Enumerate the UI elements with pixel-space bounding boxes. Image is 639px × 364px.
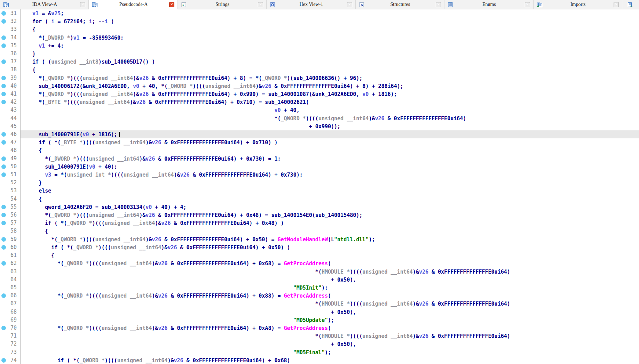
code-line-51[interactable]: 51 v3 = *(unsigned int *)(((unsigned __i… [0, 171, 639, 179]
code-area[interactable]: 31 v1 = &v25;32 for ( i = 672i64; i; --i… [0, 9, 639, 364]
tab-hex-view-1[interactable]: Hex View-1✕ [267, 0, 355, 9]
tab-structures[interactable]: AStructures✕ [356, 0, 444, 9]
line-text[interactable]: { [26, 228, 48, 234]
close-icon[interactable]: ✕ [436, 2, 441, 7]
close-icon[interactable]: ✕ [614, 2, 619, 7]
close-icon[interactable]: ✕ [80, 2, 85, 7]
line-text[interactable]: { [26, 67, 36, 73]
code-line-64[interactable]: 64 + 0x50), [0, 276, 639, 284]
line-text[interactable]: { [26, 26, 36, 33]
line-text[interactable]: *(_QWORD *)(((unsigned __int64)&v26 & 0x… [26, 91, 397, 97]
code-line-54[interactable]: 54 { [0, 195, 639, 203]
code-line-39[interactable]: 39 *(_QWORD *)(((unsigned __int64)&v26 &… [0, 74, 639, 82]
code-line-63[interactable]: 63 *(HMODULE *)(((unsigned __int64)&v26 … [0, 268, 639, 276]
code-line-52[interactable]: 52 } [0, 179, 639, 187]
tab-strings[interactable]: s'Strings✕ [178, 0, 267, 9]
code-line-48[interactable]: 48 { [0, 146, 639, 154]
code-line-40[interactable]: 40 sub_140006172(&unk_1402A6ED0, v0 + 40… [0, 82, 639, 90]
line-text[interactable]: v0 + 40, [26, 107, 300, 113]
code-line-49[interactable]: 49 *(_DWORD *)(((unsigned __int64)&v26 &… [0, 155, 639, 163]
code-line-44[interactable]: 44 *(_QWORD *)(((unsigned __int64)&v26 &… [0, 114, 639, 122]
line-text[interactable]: *(_DWORD *)v1 = -858993460; [26, 35, 124, 41]
code-line-53[interactable]: 53 else [0, 187, 639, 195]
line-text[interactable]: *(_QWORD *)(((unsigned __int64)&v26 & 0x… [26, 212, 362, 218]
line-text[interactable]: "MD5Final"); [26, 349, 331, 356]
code-line-36[interactable]: 36 } [0, 50, 639, 58]
line-text[interactable]: *(_QWORD *)(((unsigned __int64)&v26 & 0x… [26, 75, 362, 81]
line-text[interactable]: else [26, 188, 51, 194]
line-text[interactable]: if ( *(_QWORD *)(((unsigned __int64)&v26… [26, 357, 290, 364]
line-text[interactable]: *(_BYTE *)(((unsigned __int64)&v26 & 0xF… [26, 99, 309, 105]
line-text[interactable]: + 0x990)); [26, 123, 340, 130]
code-line-65[interactable]: 65 "MD5Init"); [0, 284, 639, 292]
line-text[interactable]: *(HMODULE *)(((unsigned __int64)&v26 & 0… [26, 269, 510, 275]
code-line-59[interactable]: 59 *(_QWORD *)(((unsigned __int64)&v26 &… [0, 235, 639, 243]
code-line-57[interactable]: 57 if ( *(_QWORD *)(((unsigned __int64)&… [0, 219, 639, 227]
line-text[interactable]: *(_QWORD *)(((unsigned __int64)&v26 & 0x… [26, 293, 331, 299]
code-line-33[interactable]: 33 { [0, 25, 639, 33]
code-line-46[interactable]: 46 sub_14000791E(v0 + 1816); [0, 130, 639, 138]
close-icon[interactable]: ✕ [347, 2, 352, 7]
line-text[interactable]: for ( i = 672i64; i; --i ) [26, 18, 114, 25]
line-text[interactable]: { [26, 147, 42, 154]
line-text[interactable]: sub_140006172(&unk_1402A6ED0, v0 + 40, *… [26, 83, 403, 89]
line-text[interactable]: } [26, 180, 42, 186]
code-line-58[interactable]: 58 { [0, 227, 639, 235]
line-text[interactable]: { [26, 196, 42, 202]
code-line-60[interactable]: 60 if ( *(_QWORD *)(((unsigned __int64)&… [0, 243, 639, 251]
line-text[interactable]: { [26, 252, 54, 259]
line-text[interactable]: v3 = *(unsigned int *)(((unsigned __int6… [26, 172, 303, 178]
code-line-62[interactable]: 62 *(_QWORD *)(((unsigned __int64)&v26 &… [0, 259, 639, 267]
tab-exports[interactable] [622, 0, 639, 9]
code-line-69[interactable]: 69 "MD5Update"); [0, 316, 639, 324]
line-text[interactable]: *(HMODULE *)(((unsigned __int64)&v26 & 0… [26, 333, 510, 339]
code-line-74[interactable]: 74 if ( *(_QWORD *)(((unsigned __int64)&… [0, 356, 639, 364]
close-icon[interactable]: ✕ [169, 2, 174, 7]
line-text[interactable]: + 0x50), [26, 341, 356, 347]
line-text[interactable]: sub_14000791E(v0 + 40); [26, 164, 117, 170]
code-line-32[interactable]: 32 for ( i = 672i64; i; --i ) [0, 17, 639, 25]
code-line-55[interactable]: 55 qword_1402A6F20 = sub_140003134(v0 + … [0, 203, 639, 211]
tab-ida-view-a[interactable]: IDA View-A✕ [0, 0, 89, 9]
code-line-50[interactable]: 50 sub_14000791E(v0 + 40); [0, 163, 639, 171]
close-icon[interactable]: ✕ [525, 2, 530, 7]
line-text[interactable]: "MD5Init"); [26, 285, 328, 291]
code-line-71[interactable]: 71 *(HMODULE *)(((unsigned __int64)&v26 … [0, 332, 639, 340]
code-line-67[interactable]: 67 *(HMODULE *)(((unsigned __int64)&v26 … [0, 300, 639, 308]
code-line-70[interactable]: 70 *(_QWORD *)(((unsigned __int64)&v26 &… [0, 324, 639, 332]
line-text[interactable]: if ( *(_BYTE *)(((unsigned __int64)&v26 … [26, 139, 277, 146]
line-text[interactable]: if ( *(_QWORD *)(((unsigned __int64)&v26… [26, 244, 290, 251]
line-text[interactable]: *(_QWORD *)(((unsigned __int64)&v26 & 0x… [26, 115, 466, 122]
code-line-56[interactable]: 56 *(_QWORD *)(((unsigned __int64)&v26 &… [0, 211, 639, 219]
code-line-35[interactable]: 35 v1 += 4; [0, 42, 639, 50]
line-text[interactable]: v1 = &v25; [26, 10, 64, 17]
line-text[interactable]: + 0x50), [26, 309, 356, 315]
close-icon[interactable]: ✕ [258, 2, 263, 7]
code-line-68[interactable]: 68 + 0x50), [0, 308, 639, 316]
code-line-37[interactable]: 37 if ( (unsigned __int8)sub_140005D17()… [0, 58, 639, 66]
line-text[interactable]: *(_DWORD *)(((unsigned __int64)&v26 & 0x… [26, 156, 281, 162]
code-line-45[interactable]: 45 + 0x990)); [0, 122, 639, 130]
code-line-41[interactable]: 41 *(_QWORD *)(((unsigned __int64)&v26 &… [0, 90, 639, 98]
line-text[interactable]: *(_QWORD *)(((unsigned __int64)&v26 & 0x… [26, 236, 375, 243]
line-text[interactable]: qword_1402A6F20 = sub_140003134(v0 + 40)… [26, 204, 187, 210]
line-text[interactable]: *(HMODULE *)(((unsigned __int64)&v26 & 0… [26, 301, 510, 307]
code-line-66[interactable]: 66 *(_QWORD *)(((unsigned __int64)&v26 &… [0, 292, 639, 300]
line-text[interactable]: sub_14000791E(v0 + 1816); [26, 131, 120, 138]
code-line-73[interactable]: 73 "MD5Final"); [0, 348, 639, 356]
code-line-38[interactable]: 38 { [0, 66, 639, 74]
code-line-43[interactable]: 43 v0 + 40, [0, 106, 639, 114]
code-line-42[interactable]: 42 *(_BYTE *)(((unsigned __int64)&v26 & … [0, 98, 639, 106]
line-text[interactable]: *(_QWORD *)(((unsigned __int64)&v26 & 0x… [26, 260, 331, 267]
line-text[interactable]: "MD5Update"); [26, 317, 334, 323]
line-text[interactable]: *(_QWORD *)(((unsigned __int64)&v26 & 0x… [26, 325, 331, 331]
code-line-47[interactable]: 47 if ( *(_BYTE *)(((unsigned __int64)&v… [0, 138, 639, 146]
code-line-34[interactable]: 34 *(_DWORD *)v1 = -858993460; [0, 34, 639, 42]
code-line-72[interactable]: 72 + 0x50), [0, 340, 639, 348]
tab-pseudocode-a[interactable]: Pseudocode-A✕ [89, 0, 178, 9]
tab-imports[interactable]: Imports✕ [534, 0, 622, 9]
line-text[interactable]: } [26, 51, 36, 57]
line-text[interactable]: if ( (unsigned __int8)sub_140005D17() ) [26, 59, 155, 65]
code-line-31[interactable]: 31 v1 = &v25; [0, 9, 639, 17]
code-line-61[interactable]: 61 { [0, 251, 639, 259]
